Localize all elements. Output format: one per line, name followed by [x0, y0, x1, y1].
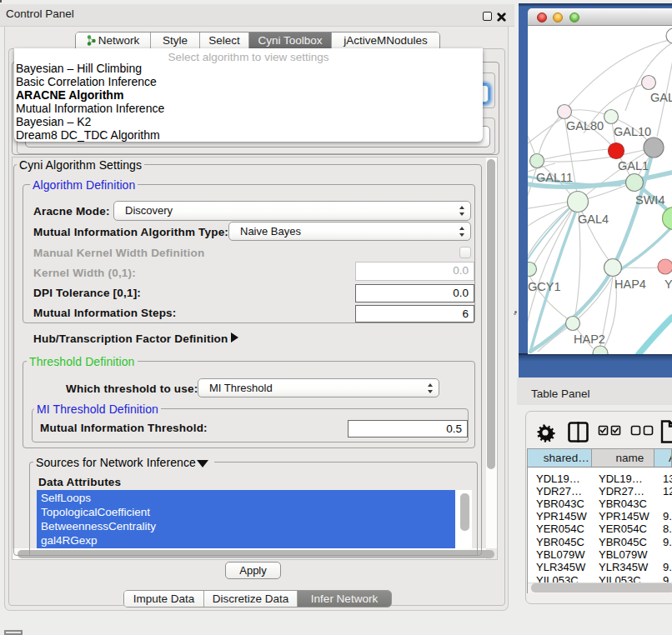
svg-text:GAL10: GAL10 — [614, 125, 651, 138]
svg-text:YB: YB — [664, 278, 672, 291]
svg-text:GAL1: GAL1 — [618, 159, 649, 172]
svg-text:SWI4: SWI4 — [635, 193, 664, 207]
svg-text:GAL4: GAL4 — [578, 212, 609, 226]
svg-text:GAL2: GAL2 — [650, 91, 672, 104]
svg-text:GAL80: GAL80 — [566, 119, 604, 132]
svg-text:GAL11: GAL11 — [536, 171, 573, 184]
svg-text:HAP2: HAP2 — [574, 332, 605, 346]
svg-text:GCY1: GCY1 — [528, 280, 561, 293]
svg-text:HAP4: HAP4 — [614, 278, 646, 291]
